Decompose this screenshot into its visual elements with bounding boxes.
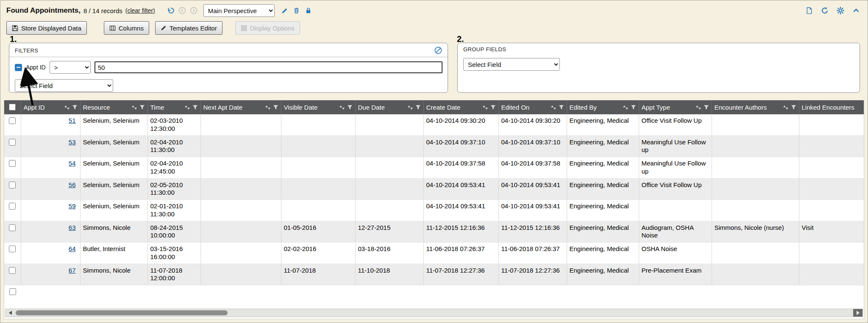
clear-filter-link[interactable]: (clear filter) <box>125 7 155 14</box>
row-checkbox[interactable] <box>9 203 16 210</box>
appt-id-link[interactable]: 59 <box>69 202 76 210</box>
remove-filter-minus-icon[interactable] <box>15 64 22 71</box>
add-filter-field-select[interactable]: Select Field <box>15 79 113 92</box>
next-apt-date-cell <box>200 264 281 285</box>
scroll-left-arrow-icon[interactable] <box>6 309 15 317</box>
sort-icon[interactable] <box>265 105 271 110</box>
filter-funnel-icon[interactable] <box>559 105 564 110</box>
refresh-icon[interactable] <box>821 7 829 14</box>
filter-funnel-icon[interactable] <box>72 105 78 110</box>
create-date-cell: 04-10-2014 09:53:41 <box>423 178 498 200</box>
select-all-checkbox[interactable] <box>9 104 16 110</box>
filters-panel: FILTERS Appt ID > Select Field <box>9 43 448 93</box>
perspective-select[interactable]: Main Perspective <box>203 4 275 17</box>
trash-icon[interactable] <box>293 7 300 14</box>
columns-button[interactable]: Columns <box>104 21 149 35</box>
edited-on-cell: 04-10-2014 09:37:58 <box>498 157 567 179</box>
filter-value-input[interactable] <box>95 61 442 73</box>
column-header[interactable]: Visible Date <box>281 100 355 114</box>
annotation-step-1: 1. <box>10 34 17 44</box>
appt-id-link[interactable]: 64 <box>69 245 76 252</box>
edited-by-cell: Engineering, Medical <box>567 200 639 221</box>
collapse-chevron-icon[interactable] <box>852 7 860 14</box>
appt-id-link[interactable]: 54 <box>69 160 76 167</box>
filter-funnel-icon[interactable] <box>347 105 353 110</box>
row-checkbox[interactable] <box>9 288 16 295</box>
row-checkbox[interactable] <box>9 117 16 124</box>
sort-icon[interactable] <box>184 105 190 110</box>
appt-id-link[interactable]: 53 <box>69 138 76 146</box>
circle-slash-icon[interactable] <box>434 46 442 55</box>
appt-id-link[interactable]: 63 <box>69 224 76 231</box>
sort-icon[interactable] <box>783 105 789 110</box>
column-header[interactable]: Encounter Authors <box>712 100 799 114</box>
row-checkbox[interactable] <box>9 224 16 231</box>
column-header[interactable]: Edited By <box>567 100 639 114</box>
row-checkbox[interactable] <box>9 246 16 252</box>
sort-icon[interactable] <box>339 105 345 110</box>
column-header[interactable]: Due Date <box>355 100 423 114</box>
filter-funnel-icon[interactable] <box>791 105 796 110</box>
filter-operator-select[interactable]: > <box>50 61 91 74</box>
sort-icon[interactable] <box>482 105 488 110</box>
sort-icon[interactable] <box>64 105 70 110</box>
row-checkbox[interactable] <box>9 182 16 188</box>
store-displayed-data-button[interactable]: Store Displayed Data <box>6 21 87 35</box>
scroll-right-arrow-icon[interactable] <box>853 309 862 317</box>
appt-id-link[interactable]: 56 <box>69 181 76 188</box>
appt-id-link[interactable]: 51 <box>69 117 76 124</box>
sort-icon[interactable] <box>131 105 137 110</box>
column-header[interactable]: Appt ID <box>21 100 80 114</box>
visible-date-cell <box>281 178 355 200</box>
column-header[interactable]: Next Apt Date <box>200 100 281 114</box>
perspective-edit-icons <box>281 7 312 14</box>
time-cell: 02-04-2010 11:30:00 <box>147 135 200 157</box>
undo-icon[interactable] <box>167 7 175 14</box>
column-header-label: Visible Date <box>284 104 318 111</box>
sort-icon[interactable] <box>407 105 413 110</box>
gear-icon[interactable] <box>837 7 844 14</box>
empty-row <box>4 285 864 300</box>
row-checkbox[interactable] <box>9 160 16 167</box>
edited-on-cell: 04-10-2014 09:37:10 <box>498 135 567 157</box>
row-checkbox[interactable] <box>9 267 16 274</box>
templates-editor-button[interactable]: Templates Editor <box>155 21 223 35</box>
filter-funnel-icon[interactable] <box>415 105 421 110</box>
pencil-icon[interactable] <box>281 8 288 14</box>
filter-funnel-icon[interactable] <box>704 105 709 110</box>
due-date-cell <box>355 200 423 221</box>
appt-id-link[interactable]: 67 <box>69 267 76 274</box>
group-field-select[interactable]: Select Field <box>463 58 560 71</box>
filter-funnel-icon[interactable] <box>192 105 198 110</box>
filter-funnel-icon[interactable] <box>490 105 496 110</box>
visible-date-cell <box>281 200 355 221</box>
column-header-label: Due Date <box>358 104 385 111</box>
window-action-icons <box>806 7 860 14</box>
edited-by-cell: Engineering, Medical <box>567 264 639 285</box>
filter-funnel-icon[interactable] <box>139 105 145 110</box>
column-header[interactable]: Time <box>147 100 200 114</box>
lock-icon[interactable] <box>305 7 312 14</box>
filter-funnel-icon[interactable] <box>273 105 278 110</box>
horizontal-scrollbar[interactable] <box>5 309 863 317</box>
column-header[interactable]: Linked Encounters <box>799 100 864 114</box>
scrollbar-track[interactable] <box>15 309 853 317</box>
linked-encounters-cell <box>799 243 864 264</box>
scrollbar-thumb[interactable] <box>16 310 228 315</box>
filter-funnel-icon[interactable] <box>631 105 636 110</box>
column-header-label: Appt Type <box>642 104 670 111</box>
sort-icon[interactable] <box>696 105 701 110</box>
appt-id-cell: 56 <box>21 178 80 200</box>
row-select-cell <box>4 114 21 135</box>
column-header[interactable]: Appt Type <box>639 100 712 114</box>
create-date-cell: 04-10-2014 09:37:10 <box>423 135 498 157</box>
header-bar: Found Appointments, 8 / 14 records (clea… <box>6 3 861 18</box>
column-header[interactable]: Resource <box>80 100 147 114</box>
column-header[interactable]: Create Date <box>423 100 498 114</box>
row-checkbox[interactable] <box>9 139 16 146</box>
encounter-authors-cell <box>712 264 799 285</box>
column-header[interactable]: Edited On <box>498 100 567 114</box>
sort-icon[interactable] <box>623 105 629 110</box>
new-document-icon[interactable] <box>806 7 813 14</box>
sort-icon[interactable] <box>551 105 556 110</box>
